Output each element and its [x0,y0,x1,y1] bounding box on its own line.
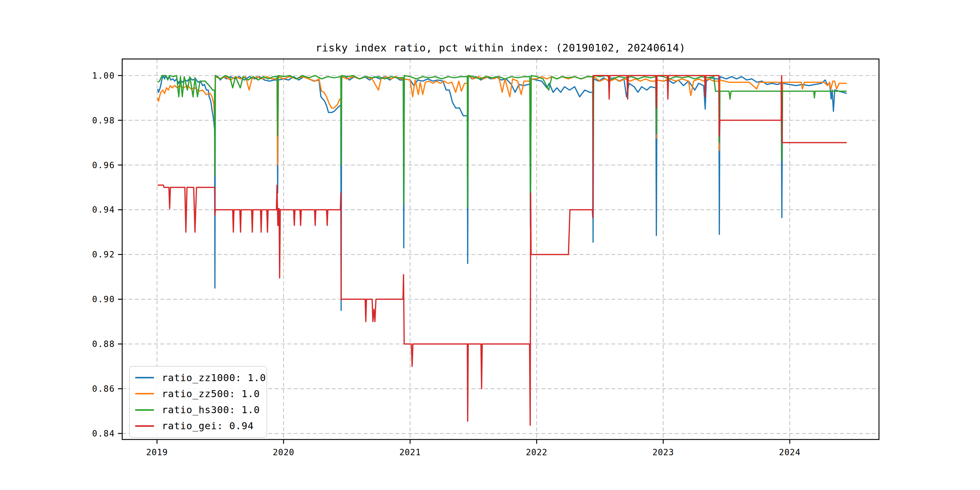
y-tick-label: 0.96 [92,160,115,170]
legend-item-ratio-zz500: ratio_zz500: 1.0 [135,388,261,399]
legend-item-ratio-gei: ratio_gei: 0.94 [135,420,261,432]
legend-item-ratio-zz1000: ratio_zz1000: 1.0 [135,372,261,383]
y-tick-label: 0.90 [92,294,115,304]
legend-line-sample-gei [135,425,154,427]
legend-label: ratio_zz500: 1.0 [162,388,260,399]
y-tick-label: 0.86 [92,384,115,394]
x-tick-label: 2021 [399,447,421,457]
y-tick-label: 0.84 [92,429,115,439]
legend-item-ratio-hs300: ratio_hs300: 1.0 [135,404,261,415]
series-line-ratio_zz1000 [158,76,846,311]
y-tick-label: 0.98 [92,116,115,126]
y-tick-label: 0.92 [92,250,115,259]
legend-line-sample-hs300 [135,409,154,411]
legend-line-sample-zz500 [135,393,154,395]
x-tick-label: 2024 [779,447,800,457]
legend-line-sample-zz1000 [135,377,154,379]
y-tick-label: 0.88 [92,339,115,349]
legend-label: ratio_zz1000: 1.0 [162,372,266,383]
series-line-ratio_hs300 [158,76,846,210]
x-tick-label: 2023 [652,447,674,457]
x-tick-label: 2022 [526,447,547,457]
y-tick-label: 0.94 [92,205,115,215]
legend: ratio_zz1000: 1.0 ratio_zz500: 1.0 ratio… [129,366,267,438]
chart-figure: risky index ratio, pct within index: (20… [0,0,980,490]
x-tick-label: 2019 [146,447,167,457]
legend-label: ratio_gei: 0.94 [162,420,254,432]
y-tick-label: 1.00 [92,71,115,81]
legend-label: ratio_hs300: 1.0 [162,404,260,415]
x-tick-label: 2020 [273,447,294,457]
